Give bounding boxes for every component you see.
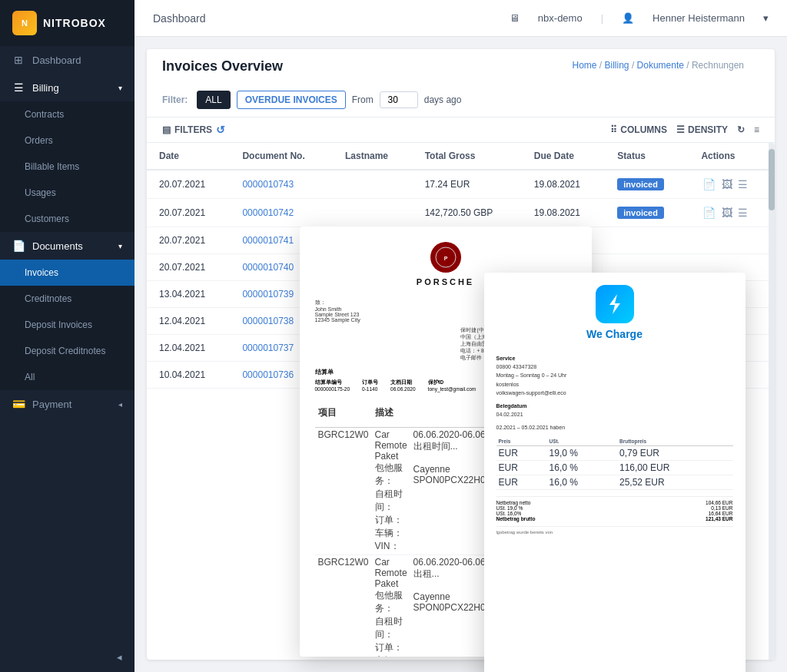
filter-all-button[interactable]: ALL — [197, 91, 230, 109]
refresh-button[interactable]: ↻ — [737, 124, 745, 135]
sidebar-item-label: Billing — [32, 82, 59, 94]
menu-button[interactable]: ≡ — [754, 124, 759, 135]
cell-doc-no: 0000010738 — [230, 308, 333, 335]
sidebar-item-label: Creditnotes — [25, 293, 71, 304]
breadcrumb-sep3: / — [686, 60, 692, 71]
cell-date: 10.04.2021 — [147, 362, 230, 389]
col-due-date: Due Date — [522, 143, 605, 170]
col-status: Status — [605, 143, 689, 170]
cell-lastname: Barista — [333, 308, 413, 335]
filter-overdue-button[interactable]: OVERDUE INVOICES — [237, 91, 346, 109]
cell-doc-no: 0000010742 — [230, 199, 333, 227]
density-label: DENSITY — [688, 124, 728, 135]
reset-filter-icon[interactable]: ↺ — [216, 124, 225, 136]
cell-due-date — [522, 254, 605, 281]
action-menu-button[interactable]: ☰ — [738, 207, 748, 219]
cell-actions: 📄 🖼 ☰ — [689, 199, 775, 227]
invoice-table: Date Document No. Lastname Total Gross D… — [147, 143, 775, 389]
table-row: 12.04.2021 0000010738 Barista — [147, 308, 775, 335]
scrollbar-thumb[interactable] — [769, 149, 775, 210]
cell-status: invoiced — [605, 170, 689, 199]
sidebar-item-creditnotes[interactable]: Creditnotes — [0, 286, 134, 312]
cell-due-date — [522, 308, 605, 335]
columns-button[interactable]: ⠿ COLUMNS — [610, 124, 667, 135]
sidebar-item-invoices[interactable]: Invoices — [0, 260, 134, 286]
table-row: 20.07.2021 0000010741 — [147, 227, 775, 254]
breadcrumb-home[interactable]: Home — [572, 60, 596, 71]
sidebar-item-contracts[interactable]: Contracts — [0, 101, 134, 127]
cell-status — [605, 254, 689, 281]
cell-due-date — [522, 335, 605, 362]
table-row: 20.07.2021 0000010743 17.24 EUR 19.08.20… — [147, 170, 775, 199]
billing-submenu: Contracts Orders Billable Items Usages C… — [0, 101, 134, 232]
sidebar-item-all[interactable]: All — [0, 364, 134, 390]
sidebar-item-billing[interactable]: ☰ Billing ▾ — [0, 74, 134, 101]
dashboard-icon: ⊞ — [12, 54, 25, 66]
action-doc-button[interactable]: 📄 — [702, 207, 716, 219]
cell-lastname — [333, 227, 413, 254]
topbar: Dashboard 🖥 nbx-demo | 👤 Henner Heisterm… — [134, 0, 787, 37]
cell-due-date — [522, 362, 605, 389]
days-input[interactable] — [380, 91, 418, 108]
cell-actions: 📄 🖼 ☰ — [689, 170, 775, 199]
user-label[interactable]: Henner Heistermann — [653, 12, 745, 24]
cell-doc-no: 0000010736 — [230, 362, 333, 389]
breadcrumb-sep1: / — [599, 60, 605, 71]
cell-doc-no: 0000010739 — [230, 281, 333, 308]
table-row: 13.04.2021 0000010739 Bariat — [147, 281, 775, 308]
invoice-table-container: Date Document No. Lastname Total Gross D… — [147, 143, 775, 660]
cell-date: 13.04.2021 — [147, 281, 230, 308]
billing-arrow-icon: ▾ — [118, 84, 122, 92]
sidebar-item-deposit-creditnotes[interactable]: Deposit Creditnotes — [0, 338, 134, 364]
cell-doc-no: 0000010743 — [230, 170, 333, 199]
documents-icon: 📄 — [12, 240, 25, 252]
col-total-gross: Total Gross — [413, 143, 522, 170]
sidebar-item-documents[interactable]: 📄 Documents ▾ — [0, 232, 134, 260]
cell-total-gross — [413, 335, 522, 362]
action-preview-button[interactable]: 🖼 — [722, 178, 732, 190]
cell-lastname: Barista — [333, 335, 413, 362]
action-menu-button[interactable]: ☰ — [738, 178, 748, 190]
sidebar-item-dashboard[interactable]: ⊞ Dashboard — [0, 46, 134, 74]
col-actions: Actions — [689, 143, 775, 170]
sidebar-item-billable-items[interactable]: Billable Items — [0, 154, 134, 180]
breadcrumb-current: Rechnungen — [692, 60, 744, 71]
action-doc-button[interactable]: 📄 — [702, 178, 716, 190]
col-lastname: Lastname — [333, 143, 413, 170]
toolbar-right: ⠿ COLUMNS ☰ DENSITY ↻ ≡ — [610, 124, 759, 135]
cell-status — [605, 308, 689, 335]
table-row: 20.07.2021 0000010740 — [147, 254, 775, 281]
collapse-icon: ◂ — [117, 651, 122, 663]
sidebar-item-label: Deposit Creditnotes — [25, 346, 105, 356]
sidebar-item-deposit-invoices[interactable]: Deposit Invoices — [0, 312, 134, 338]
cell-doc-no: 0000010740 — [230, 254, 333, 281]
sidebar-item-orders[interactable]: Orders — [0, 127, 134, 154]
sidebar-item-payment[interactable]: 💳 Payment ◂ — [0, 390, 134, 418]
cell-date: 20.07.2021 — [147, 254, 230, 281]
sidebar-item-usages[interactable]: Usages — [0, 180, 134, 206]
filters-button[interactable]: ▤ FILTERS ↺ — [162, 124, 225, 136]
breadcrumb-dokumente[interactable]: Dokumente — [637, 60, 684, 71]
invoice-panel: Invoices Overview Home / Billing / Dokum… — [147, 49, 775, 660]
sidebar-item-label: Usages — [25, 187, 56, 198]
cell-lastname — [333, 254, 413, 281]
documents-submenu: Invoices Creditnotes Deposit Invoices De… — [0, 260, 134, 390]
sidebar-item-customers[interactable]: Customers — [0, 206, 134, 232]
scrollbar-track[interactable] — [769, 143, 775, 660]
cell-status — [605, 227, 689, 254]
filter-label: Filter: — [162, 94, 188, 105]
density-button[interactable]: ☰ DENSITY — [676, 124, 728, 135]
cell-total-gross: 17.24 EUR — [413, 170, 522, 199]
cell-actions — [689, 335, 775, 362]
filters-label: FILTERS — [174, 124, 212, 135]
status-badge: invoiced — [617, 207, 664, 219]
cell-status — [605, 281, 689, 308]
cell-due-date: 19.08.2021 — [522, 199, 605, 227]
sidebar-collapse-button[interactable]: ◂ — [0, 642, 134, 672]
sidebar-item-label: Dashboard — [32, 55, 81, 66]
breadcrumb: Home / Billing / Dokumente / Rechnungen — [556, 58, 759, 80]
breadcrumb-billing[interactable]: Billing — [605, 60, 629, 71]
panel-header: Invoices Overview Home / Billing / Dokum… — [147, 49, 775, 83]
status-badge: invoiced — [617, 178, 664, 190]
action-preview-button[interactable]: 🖼 — [722, 207, 732, 219]
